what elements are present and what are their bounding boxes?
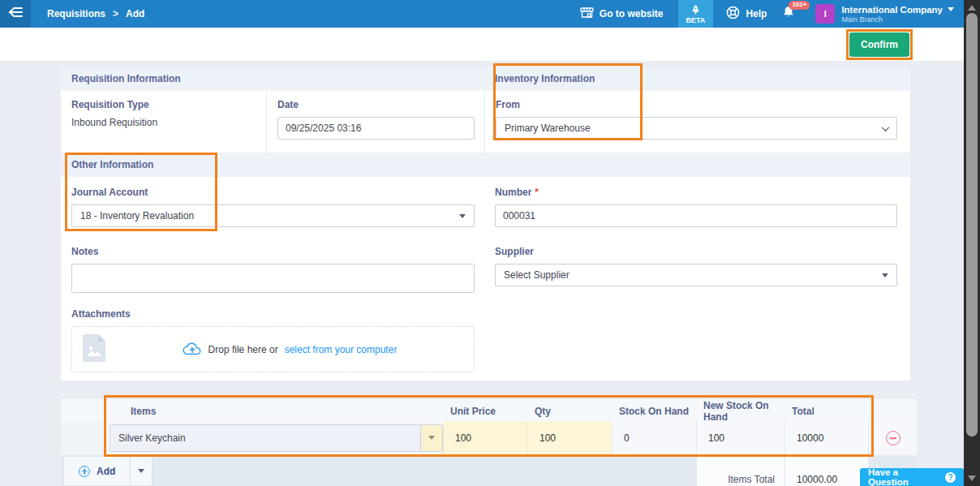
collapse-sidebar-icon (7, 6, 24, 21)
chevron-down-icon (948, 7, 954, 11)
remove-row-icon[interactable] (886, 431, 900, 445)
from-label: From (496, 99, 897, 110)
breadcrumb-section[interactable]: Requisitions (47, 8, 105, 19)
items-table-header: Items Unit Price Qty Stock On Hand New S… (61, 401, 917, 421)
cloud-upload-icon (183, 342, 202, 358)
journal-account-select[interactable]: 18 - Inventory Revaluation (71, 204, 475, 227)
journal-account-group: Journal Account 18 - Inventory Revaluati… (61, 177, 484, 245)
dropdown-arrow-icon (882, 273, 888, 277)
unit-price-cell[interactable]: 100 (443, 421, 527, 455)
form-row-1: Requisition Type Inbound Requisition Dat… (61, 91, 910, 153)
other-information-title: Other Information (61, 153, 910, 177)
section-headers-row: Requisition Information Inventory Inform… (61, 67, 910, 91)
beta-label: BETA (686, 16, 706, 24)
company-menu[interactable]: I International Company Main Branch (815, 4, 954, 24)
help-label: Help (746, 8, 767, 19)
dropdown-arrow-icon (138, 469, 144, 473)
rocket-icon (691, 5, 700, 16)
requisition-type-group: Requisition Type Inbound Requisition (61, 91, 266, 153)
notes-textarea[interactable] (71, 264, 475, 293)
company-name: International Company (841, 5, 943, 15)
supplier-select[interactable]: Select Supplier (495, 264, 897, 286)
remove-row-cell (868, 421, 917, 455)
breadcrumb: Requisitions > Add (47, 8, 144, 19)
required-marker: * (535, 187, 539, 198)
item-select-value: Silver Keychain (110, 425, 420, 451)
notes-group: Notes (61, 245, 484, 307)
items-total-row: Items Total 10000.00 (61, 467, 917, 486)
topbar-right: Go to website BETA Help 102+ (580, 0, 964, 28)
company-avatar: I (815, 4, 835, 24)
chevron-down-icon (882, 123, 890, 131)
row-gutter (61, 421, 104, 455)
from-select-value: Primary Warehouse (505, 123, 591, 134)
scrollbar-thumb[interactable] (966, 13, 978, 437)
plus-circle-icon (79, 466, 90, 477)
qty-column-header: Qty (527, 406, 612, 417)
total-cell: 10000 (784, 421, 868, 455)
number-input[interactable] (495, 204, 897, 227)
dropzone-text: Drop file here or (208, 344, 278, 355)
items-total-value: 10000.00 (784, 467, 868, 486)
go-to-website-label: Go to website (600, 8, 664, 19)
scroll-up-arrow[interactable] (968, 5, 976, 11)
scroll-down-arrow[interactable] (968, 475, 976, 481)
add-split-button: Add (63, 456, 153, 486)
beta-button[interactable]: BETA (678, 0, 714, 28)
add-item-button[interactable]: Add (64, 457, 131, 485)
total-column-header: Total (784, 406, 868, 417)
image-file-icon (83, 334, 105, 365)
attachments-group: Attachments Drop file here or select fro… (61, 307, 910, 381)
date-input[interactable] (277, 117, 475, 140)
table-row: Silver Keychain 100 100 0 100 10000 (61, 421, 917, 456)
bell-icon (781, 8, 796, 22)
date-label: Date (277, 99, 475, 110)
new-stock-on-hand-cell: 100 (696, 421, 784, 455)
form-row-3: Notes Supplier Select Supplier (61, 245, 910, 307)
lifebuoy-icon (726, 6, 740, 22)
journal-account-value: 18 - Inventory Revaluation (80, 210, 194, 221)
have-a-question-button[interactable]: Have a Question ? (860, 468, 964, 486)
item-select[interactable]: Silver Keychain (110, 424, 443, 452)
go-to-website-link[interactable]: Go to website (580, 7, 664, 20)
supplier-group: Supplier Select Supplier (484, 245, 910, 307)
have-a-question-label: Have a Question (868, 467, 940, 486)
items-column-header: Items (104, 406, 443, 417)
requisition-type-label: Requisition Type (71, 99, 256, 110)
breadcrumb-page: Add (126, 8, 144, 19)
company-branch: Main Branch (841, 15, 954, 24)
add-options-dropdown-button[interactable] (131, 457, 152, 485)
dropdown-arrow-icon (459, 214, 466, 218)
from-group: From Primary Warehouse (484, 91, 910, 153)
item-select-dropdown-button[interactable] (420, 425, 442, 451)
breadcrumb-separator: > (113, 8, 118, 19)
inventory-information-title: Inventory Information (484, 67, 910, 91)
item-cell: Silver Keychain (104, 421, 443, 455)
journal-account-label: Journal Account (71, 187, 475, 198)
form-row-2: Journal Account 18 - Inventory Revaluati… (61, 177, 910, 245)
number-label: Number (495, 187, 531, 198)
from-select[interactable]: Primary Warehouse (496, 117, 897, 140)
stock-on-hand-column-header: Stock On Hand (612, 406, 696, 417)
stock-on-hand-cell: 0 (612, 421, 696, 455)
table-spacer-row (61, 456, 917, 467)
topbar: Requisitions > Add Go to website BETA (0, 0, 964, 28)
confirm-button[interactable]: Confirm (849, 32, 909, 57)
attachments-label: Attachments (71, 308, 900, 320)
help-button[interactable]: Help (726, 6, 767, 22)
select-from-computer-link[interactable]: select from your computer (285, 344, 398, 355)
number-group: Number * (484, 177, 910, 245)
collapse-sidebar-button[interactable] (0, 0, 31, 28)
app-window: Requisitions > Add Go to website BETA (0, 0, 964, 486)
qty-cell[interactable]: 100 (527, 421, 612, 455)
date-group: Date (266, 91, 484, 153)
notifications-button[interactable]: 102+ (781, 5, 796, 23)
items-table-card: Items Unit Price Qty Stock On Hand New S… (61, 399, 917, 486)
unit-price-column-header: Unit Price (443, 406, 527, 417)
highlight-box-confirm: Confirm (846, 29, 913, 60)
add-button-label: Add (97, 466, 115, 477)
notifications-badge: 102+ (789, 1, 810, 10)
file-dropzone[interactable]: Drop file here or select from your compu… (71, 326, 475, 372)
requisition-type-value: Inbound Requisition (71, 117, 256, 128)
action-bar: Confirm (0, 28, 964, 61)
